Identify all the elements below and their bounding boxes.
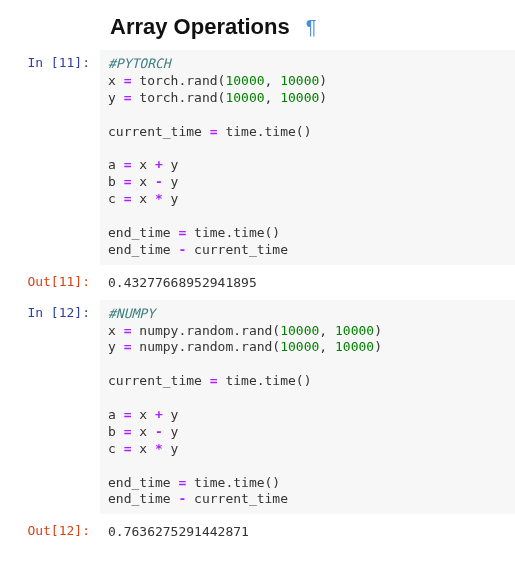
output-prompt: Out[11]: (0, 269, 100, 296)
output-prompt: Out[12]: (0, 518, 100, 545)
heading-text: Array Operations (110, 14, 290, 40)
input-prompt: In [11]: (0, 50, 100, 265)
output-cell: Out[12]: 0.7636275291442871 (0, 518, 515, 545)
code-cell: In [12]: #NUMPY x = numpy.random.rand(10… (0, 300, 515, 515)
output-value: 0.7636275291442871 (100, 518, 515, 545)
code-input[interactable]: #NUMPY x = numpy.random.rand(10000, 1000… (100, 300, 515, 515)
markdown-heading: Array Operations ¶ (0, 0, 515, 50)
anchor-link-icon[interactable]: ¶ (306, 16, 317, 39)
code-input[interactable]: #PYTORCH x = torch.rand(10000, 10000) y … (100, 50, 515, 265)
output-cell: Out[11]: 0.43277668952941895 (0, 269, 515, 296)
code-cell: In [11]: #PYTORCH x = torch.rand(10000, … (0, 50, 515, 265)
input-prompt: In [12]: (0, 300, 100, 515)
output-value: 0.43277668952941895 (100, 269, 515, 296)
